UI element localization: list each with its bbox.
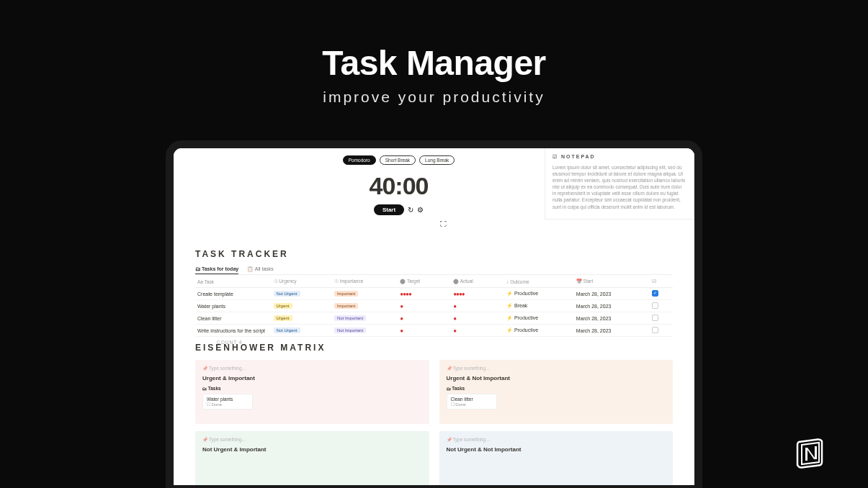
mode-pomodoro[interactable]: Pomodoro [343,155,376,165]
importance-pill[interactable]: Important [334,291,358,297]
cell-task[interactable]: Clean litter [195,312,272,325]
cell-outcome[interactable]: ⚡ Productive [504,325,574,337]
device-frame: Pomodoro Short Break Long Break 40:00 St… [166,140,702,488]
quadrant-placeholder[interactable]: Type something… [447,437,666,442]
gear-icon[interactable]: ⚙ [417,206,424,214]
col-task[interactable]: Aa Task [195,276,272,288]
expand-icon[interactable]: ⛶ [440,220,447,227]
cell-target[interactable]: ●●●● [398,288,451,300]
col-importance[interactable]: ☉ Importance [332,276,398,288]
col-start[interactable]: 📅 Start [574,276,650,288]
card-done-label[interactable]: Done [207,402,249,407]
cell-task[interactable]: Create template [195,288,272,300]
notepad-header: NOTEPAD [552,154,686,160]
task-card[interactable]: Water plantsDone [202,394,253,410]
quadrant-title: Urgent & Important [202,375,422,381]
cell-task[interactable]: Write instructions for the script [195,325,272,337]
task-card[interactable]: Clean litterDone [447,394,497,410]
tracker-title: TASK TRACKER [195,249,673,259]
tab-tasks-today[interactable]: 🗂 Tasks for today [195,266,238,274]
pomodoro-modes: Pomodoro Short Break Long Break [314,155,483,165]
table-row[interactable]: Water plantsUrgentImportant●●⚡ BreakMarc… [195,300,673,312]
card-done-label[interactable]: Done [451,402,493,407]
urgency-pill[interactable]: Urgent [274,315,292,321]
col-urgency[interactable]: ☉ Urgency [272,276,332,288]
quadrant-placeholder[interactable]: Type something… [202,437,422,442]
quadrant-title: Not Urgent & Important [202,446,422,453]
importance-pill[interactable]: Not Important [334,327,366,333]
reset-icon[interactable]: ↻ [408,206,413,214]
cell-target[interactable]: ● [398,312,451,325]
done-checkbox[interactable] [652,290,658,297]
notion-logo-icon [792,434,828,470]
done-checkbox[interactable] [652,302,658,309]
cell-start[interactable]: March 28, 2023 [574,312,650,325]
quadrant-placeholder[interactable]: Type something… [202,366,422,371]
quadrant-placeholder[interactable]: Type something… [447,366,666,371]
col-actual[interactable]: ⬤ Actual [451,276,504,288]
table-row[interactable]: Write instructions for the scriptNot Urg… [195,325,673,337]
quadrant-tasks-label[interactable]: Tasks [202,386,422,391]
mode-short-break[interactable]: Short Break [380,155,416,165]
importance-pill[interactable]: Not Important [334,315,366,321]
cell-start[interactable]: March 28, 2023 [574,300,650,312]
eisenhower-quadrant[interactable]: Type something…Not Urgent & Not Importan… [439,431,674,488]
page-title: Task Manager [0,43,868,83]
pomodoro-widget: Pomodoro Short Break Long Break 40:00 St… [314,155,483,215]
tab-all-tasks[interactable]: 📋 All tasks [247,266,274,274]
table-row[interactable]: Clean litterUrgentNot Important●●⚡ Produ… [195,312,673,325]
cell-actual[interactable]: ●●●● [451,288,504,300]
task-table: Aa Task ☉ Urgency ☉ Importance ⬤ Target … [195,276,673,337]
importance-pill[interactable]: Important [334,303,358,309]
col-target[interactable]: ⬤ Target [398,276,451,288]
table-row[interactable]: Create templateNot UrgentImportant●●●●●●… [195,288,673,300]
page-subtitle: improve your productivity [0,89,868,106]
urgency-pill[interactable]: Not Urgent [274,327,300,333]
cell-target[interactable]: ● [398,325,451,337]
eisenhower-quadrant[interactable]: Type something…Not Urgent & Important [195,431,429,488]
notepad-panel: NOTEPAD Lorem ipsum dolor sit amet, cons… [545,148,694,220]
cell-outcome[interactable]: ⚡ Productive [504,312,574,325]
cell-actual[interactable]: ● [451,300,504,312]
notepad-body[interactable]: Lorem ipsum dolor sit amet, consectetur … [552,164,686,210]
cell-task[interactable]: Water plants [195,300,272,312]
cell-actual[interactable]: ● [451,312,504,325]
quadrant-tasks-label[interactable]: Tasks [447,386,666,391]
eisenhower-section: EISENHOWER MATRIX Type something…Urgent … [195,343,673,488]
start-button[interactable]: Start [374,204,404,215]
quadrant-title: Urgent & Not Important [447,375,666,381]
task-tracker-section: TASK TRACKER 🗂 Tasks for today 📋 All tas… [195,249,673,345]
cell-start[interactable]: March 28, 2023 [574,288,650,300]
cell-start[interactable]: March 28, 2023 [574,325,650,337]
eisenhower-title: EISENHOWER MATRIX [195,343,673,353]
cell-outcome[interactable]: ⚡ Break [504,300,574,312]
cell-outcome[interactable]: ⚡ Productive [504,288,574,300]
timer-display: 40:00 [314,172,483,200]
urgency-pill[interactable]: Urgent [274,303,292,309]
eisenhower-quadrant[interactable]: Type something…Urgent & ImportantTasksWa… [195,360,429,424]
done-checkbox[interactable] [652,315,658,321]
done-checkbox[interactable] [652,327,658,333]
urgency-pill[interactable]: Not Urgent [274,291,300,297]
cell-actual[interactable]: ● [451,325,504,337]
mode-long-break[interactable]: Long Break [419,155,455,165]
eisenhower-quadrant[interactable]: Type something…Urgent & Not ImportantTas… [439,360,674,424]
col-outcome[interactable]: ↕ Outcome [504,276,574,288]
cell-target[interactable]: ● [398,300,451,312]
col-done[interactable]: ☑ [650,276,673,288]
quadrant-title: Not Urgent & Not Important [447,446,666,453]
